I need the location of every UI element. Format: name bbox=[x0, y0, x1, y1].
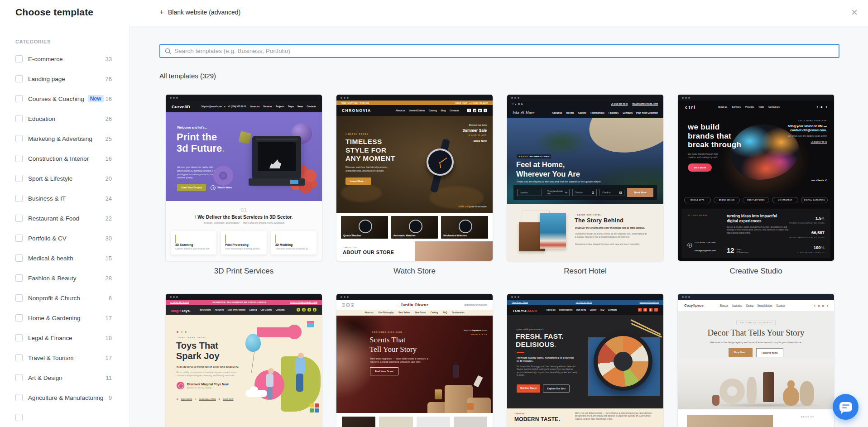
category-row-marketing-advertising[interactable]: Marketing & Advertising25 bbox=[0, 129, 129, 149]
template-card-tokyodash[interactable]: Open 8 am - 10 pm+1 (234) 567 89 00tokyo… bbox=[507, 293, 664, 427]
checkbox[interactable] bbox=[15, 115, 23, 122]
category-count: 76 bbox=[106, 76, 112, 82]
category-row-partial[interactable] bbox=[0, 408, 129, 427]
chat-bubble-icon bbox=[839, 402, 852, 412]
template-title[interactable]: Watch Store bbox=[336, 267, 493, 276]
template-preview[interactable]: CozySpace About usInspirationCatalogNews… bbox=[677, 293, 834, 427]
balloon-string bbox=[251, 352, 254, 373]
category-row-travel-tourism[interactable]: Travel & Tourism17 bbox=[0, 348, 129, 368]
template-card-jardin-obscur[interactable]: f◎▶ - Jardin Obscur - jardinobscur@email… bbox=[336, 293, 493, 427]
section-heading: \ We Deliver the Best Services in 3D Sec… bbox=[166, 214, 322, 220]
browser-chrome bbox=[336, 95, 493, 101]
chat-widget-button[interactable] bbox=[833, 394, 858, 420]
category-row-restaurant-food[interactable]: Restaurant & Food22 bbox=[0, 208, 129, 228]
checkbox[interactable] bbox=[15, 274, 23, 282]
instagram-icon: ◎ bbox=[518, 103, 520, 105]
stat-projects: 1.5KPROJECTS SUCCESSFULLY DELIVERED bbox=[789, 213, 825, 224]
template-preview[interactable]: Open 8 am - 10 pm+1 (234) 567 89 00tokyo… bbox=[507, 293, 664, 427]
checkbox[interactable] bbox=[15, 95, 23, 102]
youtube-icon: ▶ bbox=[478, 109, 482, 112]
stars-icon: ★★★★★ bbox=[518, 155, 528, 158]
preview-nav-links: About usLimited EditionCatalogBlogContac… bbox=[396, 110, 459, 112]
checkbox[interactable] bbox=[15, 414, 23, 421]
checkbox[interactable] bbox=[15, 254, 23, 262]
checkbox[interactable] bbox=[15, 75, 23, 82]
umbrella-shape bbox=[582, 118, 663, 163]
category-count: 25 bbox=[106, 135, 112, 142]
category-row-art-design[interactable]: Art & Design11 bbox=[0, 368, 129, 388]
category-label: Marketing & Advertising bbox=[28, 135, 92, 142]
checkbox[interactable] bbox=[15, 334, 23, 341]
templates-panel: All templates (329) Curve3D 3d.print@ema… bbox=[130, 26, 868, 427]
preview-phone: +1 (234) 567 89 00 bbox=[576, 301, 592, 303]
template-preview[interactable]: Curve3D 3d.print@email.com+1 (234) 567 8… bbox=[165, 94, 322, 261]
template-preview[interactable]: fy◎▶ +1 (234) 567 89 00ISLADIMARE@EMAIL.… bbox=[507, 94, 664, 261]
checkbox[interactable] bbox=[15, 314, 23, 321]
checkbox[interactable] bbox=[15, 215, 23, 222]
blank-website-button[interactable]: + Blank website (advanced) bbox=[159, 9, 240, 16]
category-row-portfolio-cv[interactable]: Portfolio & CV30 bbox=[0, 228, 129, 248]
section-subtitle: Precision, innovation, and reliability —… bbox=[166, 221, 322, 224]
templates-count-heading: All templates (329) bbox=[159, 72, 216, 80]
story-kicker: · ABOUT OUR HOTEL · bbox=[575, 214, 603, 216]
category-row-home-gardening[interactable]: Home & Gardening17 bbox=[0, 308, 129, 328]
preview-email: tokyodash@email.com bbox=[640, 301, 659, 303]
promo-block: Meet our new items Summer Sale 10 AUG-20… bbox=[462, 124, 487, 142]
template-card-resort-hotel[interactable]: fy◎▶ +1 (234) 567 89 00ISLADIMARE@EMAIL.… bbox=[507, 94, 664, 276]
search-input[interactable] bbox=[174, 48, 834, 54]
template-card-magic-toys[interactable]: +1 (234) 567 89 00SHOWROOM: 1234 FAIRMON… bbox=[165, 293, 322, 427]
checkbox[interactable] bbox=[15, 354, 23, 361]
template-preview[interactable]: +1 (234) 567 89 00SHOWROOM: 1234 FAIRMON… bbox=[165, 293, 322, 427]
category-row-legal-finance[interactable]: Legal & Finance18 bbox=[0, 328, 129, 348]
browser-chrome bbox=[166, 95, 322, 101]
twitter-icon: t bbox=[307, 308, 311, 312]
category-row-fashion-beauty[interactable]: Fashion & Beauty28 bbox=[0, 268, 129, 288]
checkbox[interactable] bbox=[15, 235, 23, 242]
template-title[interactable]: Creative Studio bbox=[677, 267, 834, 276]
category-row-construction-interior[interactable]: Construction & Interior16 bbox=[0, 149, 129, 168]
checkbox[interactable] bbox=[15, 294, 23, 302]
preview-nav-links: About usInspirationCatalogNews & Article… bbox=[720, 304, 785, 307]
preview-body: Relax into the rhythm of the sea and fee… bbox=[517, 180, 601, 183]
dot-icon bbox=[224, 106, 225, 107]
preview-email: 3d.print@email.com bbox=[201, 106, 222, 108]
category-row-courses-coaching[interactable]: Courses & CoachingNew16 bbox=[0, 89, 129, 109]
checkbox[interactable] bbox=[15, 155, 23, 162]
about-kicker: //ABOUT US bbox=[343, 246, 357, 249]
preview-kicker: Welcome and let's... bbox=[177, 126, 207, 129]
category-row-agriculture-manufacturing[interactable]: Agriculture & Manufacturing9 bbox=[0, 388, 129, 408]
feature-title: 3D Modeling bbox=[275, 243, 312, 246]
preview-navbar: Curve3D 3d.print@email.com+1 (234) 567 8… bbox=[166, 101, 322, 112]
checkbox[interactable] bbox=[15, 394, 23, 401]
search-bar[interactable] bbox=[159, 44, 839, 58]
template-card-watch-store[interactable]: FREE SHIPPING FROM $50NEED HELP: +1 (800… bbox=[336, 94, 493, 276]
preview-heading: Toys ThatSpark Joy bbox=[176, 341, 220, 361]
category-row-landing-page[interactable]: Landing page76 bbox=[0, 69, 129, 89]
template-preview[interactable]: FREE SHIPPING FROM $50NEED HELP: +1 (800… bbox=[336, 94, 493, 261]
template-preview[interactable]: f◎▶ - Jardin Obscur - jardinobscur@email… bbox=[336, 293, 493, 427]
checkbox[interactable] bbox=[15, 55, 23, 62]
template-card-3d-print-services[interactable]: Curve3D 3d.print@email.com+1 (234) 567 8… bbox=[165, 94, 322, 276]
category-row-nonprofit-church[interactable]: Nonprofit & Church6 bbox=[0, 288, 129, 308]
checkbox[interactable] bbox=[15, 175, 23, 182]
category-row-business-it[interactable]: Business & IT24 bbox=[0, 188, 129, 208]
checkbox[interactable] bbox=[15, 374, 23, 381]
category-row-sport-lifestyle[interactable]: Sport & Lifestyle20 bbox=[0, 168, 129, 188]
template-card-cozyspace[interactable]: CozySpace About usInspirationCatalogNews… bbox=[677, 293, 834, 427]
preview-nav-link: Steps bbox=[288, 106, 294, 108]
category-row-ecommerce[interactable]: E-commerce33 bbox=[0, 49, 129, 69]
template-card-creative-studio[interactable]: ctrl About usServicesProjectsTeamContact… bbox=[677, 94, 834, 276]
template-title[interactable]: 3D Print Services bbox=[165, 267, 322, 276]
template-title[interactable]: Resort Hotel bbox=[507, 267, 664, 276]
about-section: ABOUT US bbox=[678, 409, 834, 427]
about-photo bbox=[687, 415, 773, 427]
template-preview[interactable]: ctrl About usServicesProjectsTeamContact… bbox=[677, 94, 834, 261]
feature-desc: From smoothing to finishing, perfect bbox=[225, 248, 262, 250]
checkbox[interactable] bbox=[15, 135, 23, 142]
feature-cards: 3D ScanningCapture details of your produ… bbox=[171, 231, 317, 254]
category-row-medical-health[interactable]: Medical & health15 bbox=[0, 248, 129, 268]
preview-logo: Isla di Mare bbox=[513, 110, 535, 115]
category-row-education[interactable]: Education26 bbox=[0, 109, 129, 129]
close-icon[interactable]: ✕ bbox=[851, 7, 858, 18]
checkbox[interactable] bbox=[15, 195, 23, 202]
